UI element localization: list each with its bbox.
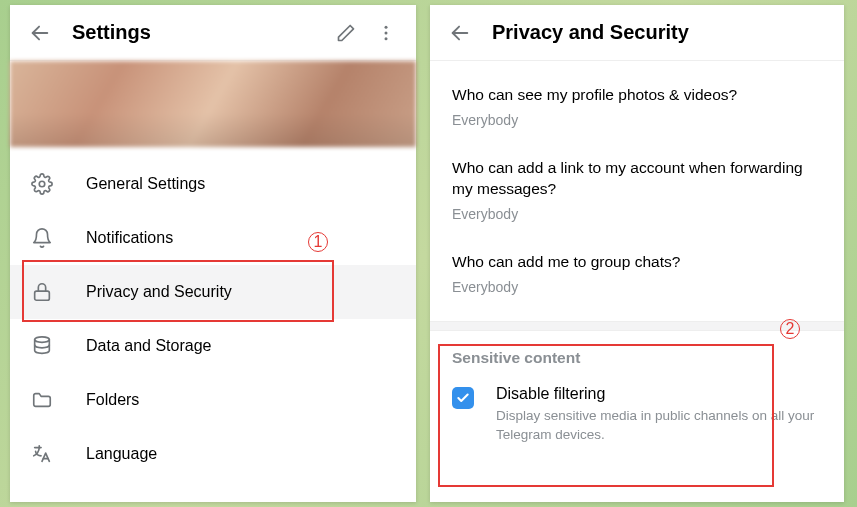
menu-label: Language: [86, 445, 157, 463]
privacy-options-list: Who can see my profile photos & videos? …: [430, 61, 844, 321]
menu-label: Folders: [86, 391, 139, 409]
privacy-value: Everybody: [452, 206, 822, 222]
privacy-header: Privacy and Security: [430, 5, 844, 61]
language-icon: [30, 442, 54, 466]
menu-item-privacy-and-security[interactable]: Privacy and Security: [10, 265, 416, 319]
svg-point-2: [385, 31, 388, 34]
menu-item-language[interactable]: Language: [10, 427, 416, 481]
menu-label: General Settings: [86, 175, 205, 193]
privacy-panel: Privacy and Security Who can see my prof…: [430, 5, 844, 502]
folder-icon: [30, 388, 54, 412]
arrow-left-icon: [449, 22, 471, 44]
sensitive-content-header: Sensitive content: [430, 331, 844, 375]
checkbox-description: Display sensitive media in public channe…: [496, 407, 822, 445]
menu-item-notifications[interactable]: Notifications: [10, 211, 416, 265]
checkbox-title: Disable filtering: [496, 385, 822, 403]
more-button[interactable]: [366, 13, 406, 53]
menu-item-data-and-storage[interactable]: Data and Storage: [10, 319, 416, 373]
svg-point-4: [39, 181, 45, 187]
privacy-question: Who can add me to group chats?: [452, 252, 822, 273]
menu-label: Notifications: [86, 229, 173, 247]
settings-title: Settings: [60, 21, 326, 44]
settings-menu: General Settings Notifications Privacy a…: [10, 147, 416, 491]
menu-item-folders[interactable]: Folders: [10, 373, 416, 427]
privacy-question: Who can add a link to my account when fo…: [452, 158, 822, 200]
gear-icon: [30, 172, 54, 196]
menu-label: Privacy and Security: [86, 283, 232, 301]
menu-item-general-settings[interactable]: General Settings: [10, 157, 416, 211]
settings-header: Settings: [10, 5, 416, 61]
more-vertical-icon: [376, 23, 396, 43]
privacy-item-profile-photos[interactable]: Who can see my profile photos & videos? …: [430, 71, 844, 144]
annotation-number-2: 2: [780, 319, 800, 339]
privacy-item-group-chats[interactable]: Who can add me to group chats? Everybody: [430, 238, 844, 311]
bell-icon: [30, 226, 54, 250]
privacy-value: Everybody: [452, 279, 822, 295]
svg-point-6: [35, 337, 50, 343]
settings-panel: Settings General Settings Notifications: [10, 5, 416, 502]
privacy-title: Privacy and Security: [480, 21, 834, 44]
lock-icon: [30, 280, 54, 304]
privacy-item-forward-link[interactable]: Who can add a link to my account when fo…: [430, 144, 844, 238]
privacy-value: Everybody: [452, 112, 822, 128]
back-button[interactable]: [440, 13, 480, 53]
svg-point-1: [385, 25, 388, 28]
profile-banner[interactable]: [10, 61, 416, 147]
checkbox-checked-icon: [452, 387, 474, 409]
svg-rect-5: [35, 291, 50, 300]
annotation-number-1: 1: [308, 232, 328, 252]
arrow-left-icon: [29, 22, 51, 44]
disable-filtering-row[interactable]: Disable filtering Display sensitive medi…: [430, 375, 844, 463]
svg-point-3: [385, 37, 388, 40]
back-button[interactable]: [20, 13, 60, 53]
menu-label: Data and Storage: [86, 337, 211, 355]
privacy-question: Who can see my profile photos & videos?: [452, 85, 822, 106]
edit-button[interactable]: [326, 13, 366, 53]
pencil-icon: [336, 23, 356, 43]
database-icon: [30, 334, 54, 358]
